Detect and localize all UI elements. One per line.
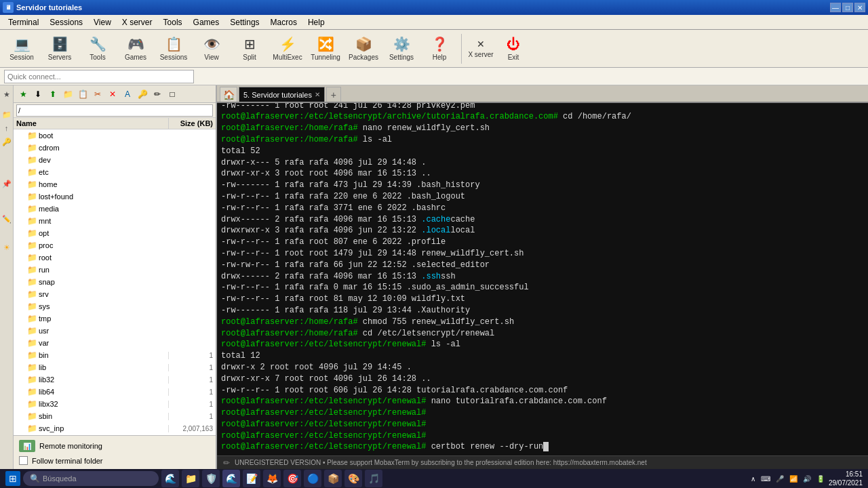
taskbar-app-paint[interactable]: 🎨 [344, 470, 362, 487]
minimize-button[interactable]: — [830, 3, 841, 12]
tool-split[interactable]: ⊞ Split [232, 32, 267, 66]
tool-tools[interactable]: 🔧 Tools [80, 32, 115, 66]
tool-settings[interactable]: ⚙️ Settings [384, 32, 419, 66]
cut-icon[interactable]: ✂ [91, 87, 104, 101]
search-bar[interactable]: 🔍 Búsqueda [23, 471, 159, 486]
chevron-up-icon[interactable]: ∧ [751, 475, 755, 483]
tree-item[interactable]: 📁etc [14, 166, 216, 178]
quick-connect-input[interactable] [4, 70, 194, 83]
tree-item[interactable]: 📁root [14, 251, 216, 264]
menu-games[interactable]: Games [188, 16, 225, 28]
tree-item[interactable]: 📁bin1 [14, 349, 216, 361]
pencil-icon[interactable]: ✏️ [1, 213, 13, 225]
remote-monitoring[interactable]: 📊 Remote monitoring [19, 440, 210, 452]
tree-item[interactable]: 📁tmp [14, 312, 216, 325]
maximize-button[interactable]: □ [842, 3, 853, 12]
sftp-icon[interactable]: 📁 [1, 108, 13, 121]
upload-icon[interactable]: ⬆ [46, 87, 60, 101]
copy-icon[interactable]: 📋 [76, 87, 90, 101]
path-input[interactable] [16, 104, 213, 117]
wifi-icon[interactable]: 📶 [789, 475, 797, 483]
sun-icon[interactable]: ☀ [1, 241, 13, 253]
follow-terminal-folder[interactable]: Follow terminal folder [19, 456, 210, 465]
tree-item[interactable]: 📁cdrom [14, 142, 216, 154]
tree-item[interactable]: 📁var [14, 337, 216, 349]
taskbar-app-vm[interactable]: 📦 [324, 470, 342, 487]
tool-multiexec[interactable]: ⚡ MultiExec [270, 32, 305, 66]
tool-servers[interactable]: 🗄️ Servers [42, 32, 77, 66]
mic-icon[interactable]: 🎤 [776, 475, 784, 483]
tree-item[interactable]: 📁svc_inp2,007,163 [14, 422, 216, 434]
edit-icon[interactable]: ✏ [151, 87, 164, 101]
delete-icon[interactable]: ✕ [106, 87, 119, 101]
taskbar-app-explorer[interactable]: 🌊 [161, 470, 179, 487]
tool-session[interactable]: 💻 Session [4, 32, 39, 66]
tree-item[interactable]: 📁lost+found [14, 190, 216, 203]
battery-icon[interactable]: 🔋 [816, 475, 825, 483]
tab-home[interactable]: 🏠 [220, 87, 237, 102]
download-icon[interactable]: ⬇ [31, 87, 45, 101]
tree-item[interactable]: 📁lib1 [14, 361, 216, 373]
name-column-header: Name [14, 118, 168, 129]
menu-view[interactable]: View [88, 16, 117, 28]
menu-terminal[interactable]: Terminal [3, 16, 44, 28]
rename-icon[interactable]: A [121, 87, 134, 101]
tool-exit[interactable]: ⏻ Exit [498, 32, 528, 66]
tree-item[interactable]: 📁proc [14, 239, 216, 251]
tree-item[interactable]: 📁snap [14, 276, 216, 288]
view-icon-sidebar[interactable]: □ [165, 87, 179, 101]
menu-xserver[interactable]: X server [117, 16, 158, 28]
tree-item[interactable]: 📁media [14, 203, 216, 215]
pin-icon[interactable]: 📌 [1, 178, 13, 190]
close-button[interactable]: ✕ [854, 3, 865, 12]
tree-item[interactable]: 📁usr [14, 325, 216, 337]
taskbar-app-firefox[interactable]: 🦊 [263, 470, 281, 487]
taskbar-app-word[interactable]: 📝 [243, 470, 260, 487]
taskbar-app-powerpoint[interactable]: 🎯 [283, 470, 301, 487]
taskbar-app-files[interactable]: 📁 [182, 470, 199, 487]
tree-item[interactable]: 📁opt [14, 227, 216, 239]
menu-help[interactable]: Help [302, 16, 330, 28]
tree-item[interactable]: 📁run [14, 264, 216, 276]
menu-macros[interactable]: Macros [265, 16, 302, 28]
key-icon[interactable]: 🔑 [1, 136, 13, 148]
tree-item[interactable]: 📁boot [14, 129, 216, 142]
menu-tools[interactable]: Tools [158, 16, 188, 28]
terminal-content[interactable]: -rw-r--r-- 1 root root 1306 jun 27 17:06… [217, 103, 868, 455]
tab-close-icon[interactable]: ✕ [315, 91, 320, 98]
tree-item[interactable]: 📁dev [14, 154, 216, 166]
taskbar-app-shield[interactable]: 🛡️ [202, 470, 220, 487]
tree-item[interactable]: 📁srv [14, 288, 216, 300]
tree-item[interactable]: 📁home [14, 178, 216, 190]
tree-item[interactable]: 📁lib321 [14, 373, 216, 386]
tool-packages[interactable]: 📦 Packages [346, 32, 381, 66]
tree-item[interactable]: 📁sys [14, 300, 216, 312]
tab-session1[interactable]: 5. Servidor tutoriales ✕ [239, 87, 325, 102]
tree-item[interactable]: 📁libx321 [14, 398, 216, 410]
taskbar-app-chrome[interactable]: 🔵 [304, 470, 321, 487]
windows-button[interactable]: ⊞ [5, 471, 20, 486]
star-icon[interactable]: ★ [1, 88, 13, 100]
refresh-icon[interactable]: ★ [16, 87, 30, 101]
tool-view[interactable]: 👁️ View [194, 32, 229, 66]
permissions-icon[interactable]: 🔑 [136, 87, 149, 101]
tool-tunneling[interactable]: 🔀 Tunneling [308, 32, 343, 66]
tree-item[interactable]: 📁mnt [14, 215, 216, 227]
volume-icon[interactable]: 🔊 [803, 475, 811, 483]
tree-item[interactable]: 📁lib641 [14, 386, 216, 398]
tree-item[interactable]: 📁sbin1 [14, 410, 216, 422]
menu-sessions[interactable]: Sessions [44, 16, 88, 28]
tab-add-button[interactable]: + [326, 87, 341, 102]
tool-xserver[interactable]: ✕ X server [466, 32, 496, 66]
tool-sessions[interactable]: 📋 Sessions [156, 32, 191, 66]
new-folder-icon[interactable]: 📁 [61, 87, 75, 101]
keyboard-icon[interactable]: ⌨ [761, 475, 770, 483]
tool-games[interactable]: 🎮 Games [118, 32, 153, 66]
taskbar-app-mobaxterm[interactable]: 🌊 [222, 470, 240, 487]
follow-folder-checkbox[interactable] [19, 456, 28, 465]
taskbar-app-music[interactable]: 🎵 [365, 470, 382, 487]
arrow-up-icon[interactable]: ↑ [1, 122, 13, 134]
clock[interactable]: 16:51 29/07/2021 [829, 470, 863, 487]
menu-settings[interactable]: Settings [224, 16, 264, 28]
tool-help[interactable]: ❓ Help [422, 32, 457, 66]
